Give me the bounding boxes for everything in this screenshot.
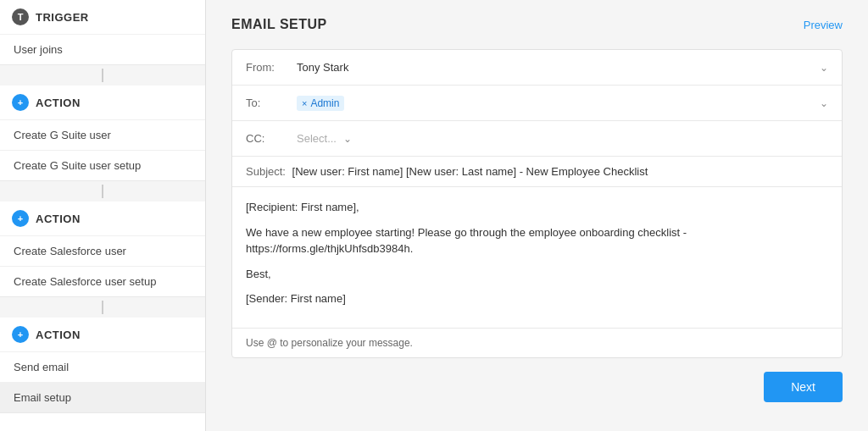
from-label: From: [246,61,297,74]
hint-text: Use @ to personalize your message. [246,337,413,349]
action2-icon: + [12,210,29,227]
action2-section: + ACTION Create Salesforce user Create S… [0,202,205,297]
trigger-section: T TRIGGER User joins [0,0,205,65]
sidebar: T TRIGGER User joins + ACTION Create G S… [0,0,206,431]
connector-1 [0,65,205,86]
to-tag: × Admin [297,96,344,111]
footer: Next [231,358,843,402]
action1-label: ACTION [36,97,81,109]
action1-section: + ACTION Create G Suite user Create G Su… [0,86,205,181]
to-tag-remove[interactable]: × [302,98,307,108]
action2-label: ACTION [36,213,81,225]
preview-link[interactable]: Preview [804,19,843,31]
email-card: From: Tony Stark ⌄ To: × Admin ⌄ CC: Sel… [231,49,843,358]
action1-item-gsuite-setup[interactable]: Create G Suite user setup [0,150,205,180]
cc-chevron-icon: ⌄ [343,133,352,145]
cc-placeholder: Select... [297,132,337,145]
action3-item-email-setup[interactable]: Email setup [0,382,205,412]
trigger-label: TRIGGER [36,11,89,24]
trigger-item-user-joins[interactable]: User joins [0,34,205,64]
to-chevron-icon: ⌄ [820,97,828,109]
action2-item-create-salesforce[interactable]: Create Salesforce user [0,235,205,266]
action3-header: + ACTION [0,318,205,351]
to-row[interactable]: To: × Admin ⌄ [232,86,842,121]
action1-header: + ACTION [0,86,205,119]
main-header: EMAIL SETUP Preview [231,17,843,32]
action3-icon: + [12,326,29,343]
trigger-header: T TRIGGER [0,0,205,34]
action1-icon: + [12,94,29,111]
from-row[interactable]: From: Tony Stark ⌄ [232,50,842,86]
body-line2: We have a new employee starting! Please … [246,224,828,257]
to-value: × Admin [297,96,813,111]
subject-row: Subject: [New user: First name] [New use… [232,157,842,187]
cc-label: CC: [246,132,297,145]
from-chevron-icon: ⌄ [820,62,828,74]
connector-3 [0,297,205,318]
next-button[interactable]: Next [764,372,843,402]
cc-row[interactable]: CC: Select... ⌄ [232,121,842,157]
from-value: Tony Stark [297,61,813,74]
body-line3: Best, [246,266,828,283]
to-label: To: [246,97,297,109]
action2-item-salesforce-setup[interactable]: Create Salesforce user setup [0,266,205,296]
email-hint: Use @ to personalize your message. [232,329,842,357]
to-tag-label: Admin [310,97,339,109]
subject-label: Subject: [246,165,286,178]
action1-item-create-gsuite[interactable]: Create G Suite user [0,119,205,150]
action3-section: + ACTION Send email Email setup [0,318,205,413]
action2-header: + ACTION [0,202,205,235]
connector-2 [0,181,205,202]
body-line4: [Sender: First name] [246,290,828,307]
action3-label: ACTION [36,329,81,341]
main-content: EMAIL SETUP Preview From: Tony Stark ⌄ T… [206,0,868,431]
action3-item-send-email[interactable]: Send email [0,351,205,382]
subject-value: [New user: First name] [New user: Last n… [292,165,648,178]
trigger-icon: T [12,8,29,25]
email-body[interactable]: [Recipient: First name], We have a new e… [232,187,842,329]
page-title: EMAIL SETUP [231,17,327,32]
body-line1: [Recipient: First name], [246,199,828,216]
